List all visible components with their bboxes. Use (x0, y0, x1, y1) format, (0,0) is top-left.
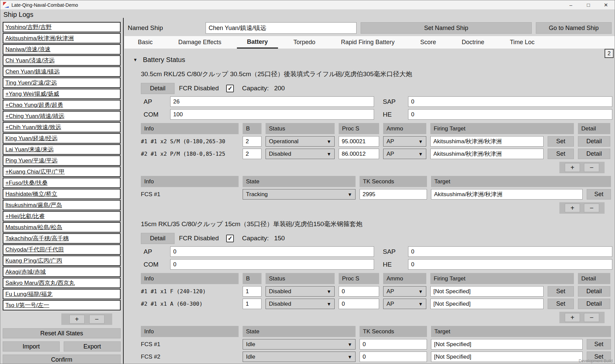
maximize-button[interactable]: □ (580, 0, 597, 9)
sap-input[interactable] (408, 96, 612, 107)
ship-log-item[interactable]: King Yuan/経遠/经远 (3, 133, 121, 144)
tab-basic[interactable]: Basic (128, 36, 163, 49)
minimize-button[interactable]: – (562, 0, 580, 9)
close-button[interactable]: ✕ (597, 0, 615, 9)
fcr-disabled-checkbox[interactable]: ✓ (226, 85, 234, 92)
collapse-triangle-icon[interactable]: ▼ (133, 57, 137, 62)
battery-detail-button[interactable]: Detail (141, 233, 175, 244)
fcs-set-target-button[interactable]: Set (587, 189, 611, 200)
page-badge[interactable]: 2 (605, 49, 614, 58)
import-button[interactable]: Import (3, 341, 60, 352)
ship-remove-button[interactable]: − (89, 315, 104, 324)
fcs-target-input[interactable] (431, 339, 583, 350)
ship-log-item[interactable]: Saikyo Maru/西京丸/西京丸 (3, 278, 121, 288)
com-input[interactable] (170, 259, 374, 270)
ship-log-item[interactable]: Hashidate/橋立/桥立 (3, 189, 121, 199)
gun-firing-target-input[interactable] (430, 136, 544, 147)
ship-log-item[interactable]: +Ching Yuan/靖遠/靖远 (3, 111, 121, 121)
ship-log-item[interactable]: +Chao Yung/超勇/超勇 (3, 100, 121, 110)
ship-log-item[interactable]: Matsushima/松島/松岛 (3, 222, 121, 233)
ap-input[interactable] (170, 246, 374, 257)
ship-log-item[interactable]: Lai Yuan/来遠/来远 (3, 144, 121, 155)
ship-log-item[interactable]: Akitsushima/秋津洲/秋津洲 (3, 33, 121, 43)
export-button[interactable]: Export (64, 341, 121, 352)
ship-log-item[interactable]: +Kuang Chia/広甲/广甲 (3, 166, 121, 177)
goto-named-ship-button[interactable]: Go to Named Ship (536, 22, 612, 34)
gun-proc-s-input[interactable] (339, 286, 379, 297)
gun-set-target-button[interactable]: Set (548, 286, 574, 297)
gun-set-target-button[interactable]: Set (548, 136, 574, 147)
gun-set-target-button[interactable]: Set (548, 299, 574, 309)
tab-doctrine[interactable]: Doctrine (452, 36, 494, 49)
gun-ammo-dropdown[interactable]: AP ▼ (383, 299, 426, 309)
gun-add-button[interactable]: + (565, 313, 580, 322)
gun-ammo-dropdown[interactable]: AP ▼ (383, 149, 426, 159)
gun-proc-s-input[interactable] (339, 299, 379, 309)
fcs-tk-seconds-input[interactable] (360, 352, 427, 362)
fcr-disabled-checkbox[interactable]: ✓ (226, 235, 234, 242)
ship-log-item[interactable]: Yoshino/吉野/吉野 (3, 22, 121, 32)
tab-damage-effects[interactable]: Damage Effects (168, 36, 232, 49)
gun-ammo-dropdown[interactable]: AP ▼ (383, 286, 426, 297)
gun-detail-button[interactable]: Detail (578, 136, 610, 147)
gun-proc-s-input[interactable] (339, 149, 379, 159)
ship-log-item[interactable]: Itsukushima/厳島/严岛 (3, 200, 121, 210)
gun-set-target-button[interactable]: Set (548, 149, 574, 159)
he-input[interactable] (408, 109, 612, 120)
tab-torpedo[interactable]: Torpedo (283, 36, 326, 49)
ship-log-item[interactable]: +Yang Wei/揚威/扬威 (3, 89, 121, 99)
ship-log-item[interactable]: Naniwa/浪速/浪速 (3, 44, 121, 55)
gun-firing-target-input[interactable] (430, 286, 544, 297)
com-input[interactable] (170, 109, 374, 120)
gun-barrels-input[interactable] (243, 299, 262, 309)
fcs-tk-seconds-input[interactable] (360, 339, 427, 350)
fcs-target-input[interactable] (431, 189, 583, 200)
fcs-set-target-button[interactable]: Set (587, 339, 611, 350)
ship-log-item[interactable]: Akagi/赤城/赤城 (3, 267, 121, 277)
fcs-target-input[interactable] (431, 352, 583, 362)
set-named-ship-button[interactable]: Set Named Ship (361, 22, 532, 34)
ship-log-item[interactable]: +Fuso/扶桑/扶桑 (3, 178, 121, 188)
gun-barrels-input[interactable] (243, 286, 262, 297)
ship-log-item[interactable]: Ting Yuen/定遠/定远 (3, 78, 121, 88)
ship-log-item[interactable]: Chiyoda/千代田/千代田 (3, 244, 121, 255)
ship-log-item[interactable]: Kuang P'ing/広丙/广丙 (3, 255, 121, 266)
confirm-button[interactable]: Confirm (3, 355, 121, 364)
gun-detail-button[interactable]: Detail (578, 299, 610, 309)
tab-battery[interactable]: Battery (237, 36, 278, 49)
tab-time-loc[interactable]: Time Loc (500, 36, 545, 49)
fcs-state-dropdown[interactable]: Idle ▼ (243, 339, 356, 350)
gun-firing-target-input[interactable] (430, 149, 544, 159)
gun-detail-button[interactable]: Detail (578, 286, 610, 297)
he-input[interactable] (408, 259, 612, 270)
ship-log-item[interactable]: Tso I/第一号/左一 (3, 300, 121, 310)
gun-proc-s-input[interactable] (339, 136, 379, 147)
gun-status-dropdown[interactable]: Disabled ▼ (266, 286, 335, 297)
sap-input[interactable] (408, 246, 612, 257)
ship-log-item[interactable]: Takachiho/高千穂/高千穗 (3, 233, 121, 244)
named-ship-input[interactable] (206, 22, 357, 34)
ship-add-button[interactable]: + (69, 315, 85, 324)
fcs-remove-button[interactable]: − (584, 204, 599, 212)
fcs-tk-seconds-input[interactable] (360, 189, 427, 200)
gun-status-dropdown[interactable]: Operational ▼ (266, 136, 335, 147)
gun-barrels-input[interactable] (243, 149, 262, 159)
gun-remove-button[interactable]: − (584, 313, 599, 322)
ship-log-item[interactable]: Ping Yuen/平遠/平远 (3, 155, 121, 166)
gun-remove-button[interactable]: − (584, 163, 599, 172)
ship-log-item[interactable]: Chi Yuan/済遠/济远 (3, 55, 121, 66)
ship-log-item[interactable]: Chen Yuan/鎮遠/镇远 (3, 66, 121, 77)
gun-add-button[interactable]: + (565, 163, 580, 172)
gun-barrels-input[interactable] (243, 136, 262, 147)
fcs-state-dropdown[interactable]: Idle ▼ (243, 352, 356, 362)
ship-log-item[interactable]: +Hiei/比叡/比睿 (3, 211, 121, 221)
ship-log-item[interactable]: Fu Lung/福龍/福龙 (3, 289, 121, 299)
ship-log-item[interactable]: +Chih Yuan/致遠/致远 (3, 122, 121, 132)
gun-firing-target-input[interactable] (430, 299, 544, 309)
battery-detail-button[interactable]: Detail (141, 83, 175, 94)
ap-input[interactable] (170, 96, 374, 107)
fcs-add-button[interactable]: + (565, 204, 580, 212)
gun-status-dropdown[interactable]: Disabled ▼ (266, 299, 335, 309)
fcs-state-dropdown[interactable]: Tracking ▼ (243, 189, 356, 200)
gun-status-dropdown[interactable]: Disabled ▼ (266, 149, 335, 159)
